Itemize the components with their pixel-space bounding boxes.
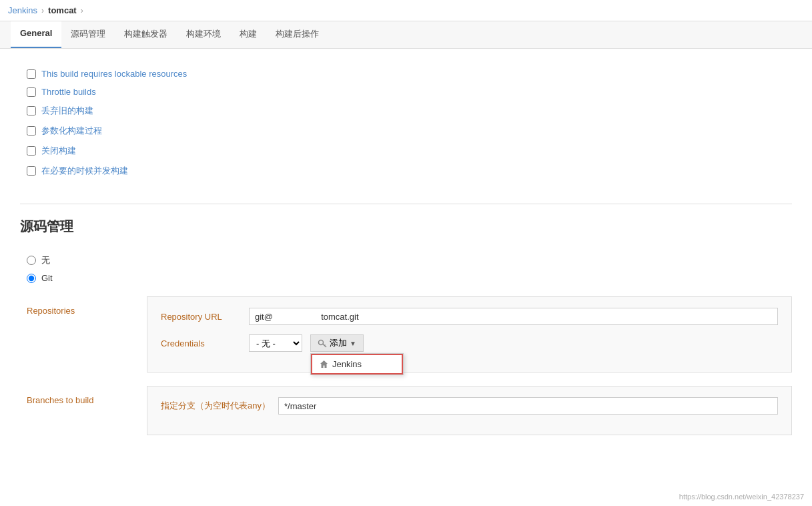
- tab-general[interactable]: General: [11, 21, 61, 48]
- repo-url-label: Repository URL: [161, 312, 241, 322]
- breadcrumb-sep1: ›: [41, 6, 44, 15]
- breadcrumb-sep2: ›: [81, 6, 83, 15]
- radio-git-label: Git: [41, 273, 53, 283]
- checkbox-item-concurrent: 在必要的时候并发构建: [27, 165, 792, 177]
- breadcrumb-current[interactable]: tomcat: [48, 5, 77, 15]
- radio-git[interactable]: [27, 274, 36, 283]
- radio-item-none: 无: [27, 254, 792, 266]
- branch-field-label: 指定分支（为空时代表any）: [161, 400, 270, 412]
- checkbox-parameterize[interactable]: [27, 126, 36, 136]
- tab-env[interactable]: 构建环境: [177, 21, 230, 48]
- repo-url-row: Repository URL: [161, 308, 778, 325]
- tab-bar: General 源码管理 构建触发器 构建环境 构建 构建后操作: [0, 21, 812, 49]
- watermark: https://blog.csdn.net/weixin_42378237: [679, 493, 804, 501]
- credentials-label: Credentials: [161, 338, 241, 348]
- radio-none[interactable]: [27, 256, 36, 265]
- checkbox-group: This build requires lockable resources T…: [20, 62, 792, 190]
- add-credentials-btn[interactable]: 添加 ▼: [310, 334, 364, 352]
- repositories-block: Repositories Repository URL Credentials …: [27, 296, 792, 372]
- branch-input[interactable]: [278, 397, 778, 415]
- panel: This build requires lockable resources T…: [0, 49, 812, 449]
- checkbox-item-disable: 关闭构建: [27, 145, 792, 157]
- tab-build[interactable]: 构建: [230, 21, 266, 48]
- checkbox-throttle[interactable]: [27, 87, 36, 97]
- branches-fields: 指定分支（为空时代表any）: [147, 386, 792, 435]
- repositories-label: Repositories: [27, 296, 147, 372]
- dropdown-arrow-icon: ▼: [350, 340, 356, 347]
- source-heading: 源码管理: [20, 218, 792, 241]
- repo-url-input[interactable]: [249, 308, 778, 325]
- checkbox-lockable[interactable]: [27, 69, 36, 79]
- repo-fields: Repository URL Credentials - 无 -: [147, 296, 792, 372]
- branches-block: Branches to build 指定分支（为空时代表any）: [27, 386, 792, 435]
- home-icon: [319, 360, 328, 369]
- branches-label: Branches to build: [27, 386, 147, 435]
- tab-triggers[interactable]: 构建触发器: [115, 21, 177, 48]
- svg-marker-3: [320, 360, 328, 368]
- main-content: General 源码管理 构建触发器 构建环境 构建 构建后操作 This bu…: [0, 21, 812, 506]
- checkbox-discard-label[interactable]: 丢弃旧的构建: [41, 105, 93, 117]
- checkbox-parameterize-label[interactable]: 参数化构建过程: [41, 125, 102, 137]
- checkbox-disable[interactable]: [27, 146, 36, 156]
- checkbox-item-throttle: Throttle builds: [27, 87, 792, 97]
- checkbox-lockable-label[interactable]: This build requires lockable resources: [41, 69, 187, 79]
- credentials-select[interactable]: - 无 -: [249, 334, 302, 352]
- checkbox-throttle-label[interactable]: Throttle builds: [41, 87, 96, 97]
- branch-row: 指定分支（为空时代表any）: [161, 397, 778, 415]
- radio-item-git: Git: [27, 273, 792, 283]
- add-btn-container: 添加 ▼: [310, 334, 364, 352]
- checkbox-concurrent[interactable]: [27, 166, 36, 176]
- radio-none-label: 无: [41, 254, 50, 266]
- checkbox-item-discard: 丢弃旧的构建: [27, 105, 792, 117]
- scm-radio-group: 无 Git: [20, 254, 792, 283]
- checkbox-discard[interactable]: [27, 106, 36, 115]
- checkbox-item-lockable: This build requires lockable resources: [27, 69, 792, 79]
- tab-post[interactable]: 构建后操作: [266, 21, 328, 48]
- add-btn-label: 添加: [330, 337, 347, 349]
- divider-1: [20, 204, 792, 204]
- credentials-dropdown: Jenkins: [310, 353, 404, 375]
- breadcrumb-home[interactable]: Jenkins: [8, 5, 37, 15]
- checkbox-item-parameterize: 参数化构建过程: [27, 125, 792, 137]
- topbar: Jenkins › tomcat ›: [0, 0, 812, 21]
- key-icon: [318, 338, 327, 348]
- dropdown-jenkins-label: Jenkins: [332, 359, 362, 369]
- tab-source[interactable]: 源码管理: [61, 21, 115, 48]
- credentials-row: Credentials - 无 - 添加: [161, 334, 778, 352]
- dropdown-jenkins-item[interactable]: Jenkins: [311, 354, 403, 374]
- checkbox-concurrent-label[interactable]: 在必要的时候并发构建: [41, 165, 128, 177]
- checkbox-disable-label[interactable]: 关闭构建: [41, 145, 76, 157]
